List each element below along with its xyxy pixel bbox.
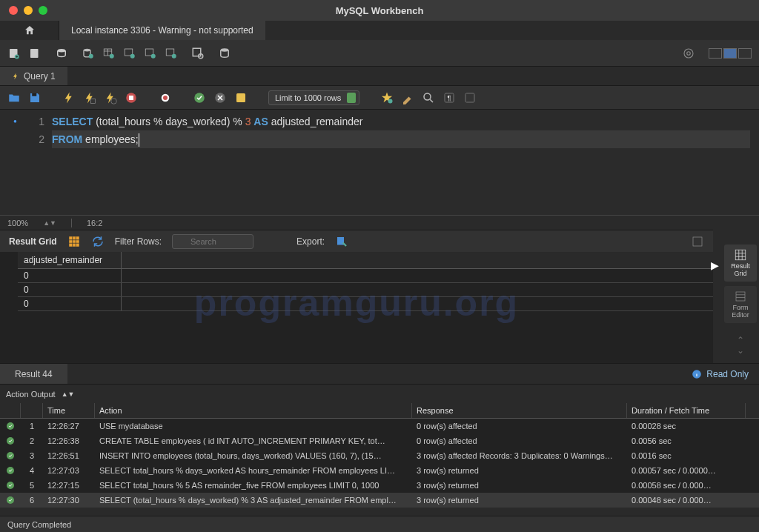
- explain-icon[interactable]: [104, 91, 117, 104]
- svg-point-11: [151, 53, 156, 58]
- svg-point-9: [130, 53, 135, 58]
- connection-tab[interactable]: Local instance 3306 - Warning - not supp…: [59, 21, 265, 40]
- layout-left[interactable]: [709, 48, 722, 59]
- maximize-window[interactable]: [39, 6, 47, 15]
- output-row[interactable]: 5 12:27:15 SELECT total_hours % 5 AS rem…: [0, 478, 759, 493]
- home-icon: [24, 24, 36, 36]
- svg-text:¶: ¶: [448, 94, 451, 102]
- table-row[interactable]: 0: [18, 297, 713, 311]
- query-toolbar: Limit to 1000 rows ¶: [0, 86, 759, 110]
- toggle-1-icon[interactable]: [159, 91, 172, 104]
- form-editor-panel-tab[interactable]: Form Editor: [724, 286, 757, 323]
- svg-point-13: [172, 53, 176, 58]
- inspector-icon[interactable]: [55, 47, 68, 60]
- export-icon[interactable]: [335, 235, 348, 248]
- create-function-icon[interactable]: [165, 47, 178, 60]
- home-tab[interactable]: [0, 21, 59, 40]
- connection-tabbar: Local instance 3306 - Warning - not supp…: [0, 21, 759, 40]
- output-row[interactable]: 3 12:26:51 INSERT INTO employees (total_…: [0, 448, 759, 463]
- zoom-level[interactable]: 100%: [7, 219, 28, 227]
- svg-rect-20: [91, 99, 96, 103]
- col-duration[interactable]: Duration / Fetch Time: [627, 403, 746, 418]
- col-response[interactable]: Response: [412, 403, 627, 418]
- result-tabbar: Result 44 Read Only: [0, 363, 759, 384]
- create-view-icon[interactable]: [123, 47, 136, 60]
- svg-point-44: [7, 467, 14, 474]
- editor-code[interactable]: SELECT (total_hours % days_worked) % 3 A…: [52, 110, 759, 215]
- create-schema-icon[interactable]: [82, 47, 95, 60]
- open-sql-icon[interactable]: [28, 47, 42, 60]
- execute-icon[interactable]: [62, 91, 76, 104]
- output-row[interactable]: 4 12:27:03 SELECT total_hours % days_wor…: [0, 463, 759, 478]
- output-row[interactable]: 2 12:26:38 CREATE TABLE employees ( id I…: [0, 433, 759, 448]
- wrap-icon[interactable]: [463, 91, 477, 104]
- svg-point-30: [424, 93, 431, 100]
- reconnect-icon[interactable]: [218, 47, 231, 60]
- cursor-position: 16:2: [87, 219, 102, 227]
- svg-point-25: [163, 96, 168, 100]
- favorite-icon[interactable]: [380, 91, 394, 104]
- sql-editor[interactable]: 12 SELECT (total_hours % days_worked) % …: [0, 110, 759, 215]
- form-icon: [734, 290, 747, 303]
- new-sql-tab-icon[interactable]: [7, 47, 21, 60]
- readonly-indicator: Read Only: [681, 364, 759, 384]
- svg-point-17: [684, 49, 693, 58]
- filter-rows-input[interactable]: [172, 234, 253, 249]
- svg-rect-19: [32, 93, 36, 96]
- svg-point-5: [89, 53, 93, 58]
- stop-icon[interactable]: [125, 91, 138, 104]
- svg-rect-28: [236, 93, 245, 102]
- close-window[interactable]: [9, 6, 18, 15]
- chevron-right-icon: ▶: [711, 259, 719, 271]
- show-invisible-icon[interactable]: ¶: [443, 91, 456, 104]
- svg-point-45: [7, 482, 14, 489]
- output-row[interactable]: 6 12:27:30 SELECT (total_hours % days_wo…: [0, 493, 759, 508]
- execute-current-icon[interactable]: [83, 91, 96, 104]
- refresh-icon[interactable]: [91, 235, 105, 248]
- window-controls: [0, 6, 47, 15]
- svg-point-7: [110, 53, 114, 58]
- filter-rows-label: Filter Rows:: [115, 236, 162, 247]
- layout-right[interactable]: [738, 48, 752, 59]
- dock-icon[interactable]: [691, 235, 704, 248]
- svg-point-18: [687, 51, 691, 55]
- svg-rect-2: [30, 49, 39, 58]
- query-tabbar: Query 1: [0, 67, 759, 86]
- output-row[interactable]: 1 12:26:27 USE mydatabase 0 row(s) affec…: [0, 419, 759, 433]
- output-header: Action Output ▲▼: [0, 384, 759, 403]
- main-toolbar: [0, 40, 759, 67]
- svg-rect-33: [465, 93, 474, 102]
- result-tab[interactable]: Result 44: [0, 364, 67, 384]
- autocommit-icon[interactable]: [234, 91, 248, 104]
- layout-bottom[interactable]: [723, 48, 737, 59]
- find-icon[interactable]: [422, 91, 435, 104]
- column-header[interactable]: adjusted_remainder: [18, 252, 122, 268]
- svg-rect-14: [193, 48, 201, 56]
- col-action[interactable]: Action: [95, 403, 412, 418]
- row-limit-select[interactable]: Limit to 1000 rows: [268, 90, 359, 105]
- open-file-icon[interactable]: [7, 91, 21, 104]
- editor-statusbar: 100% ▲▼ 16:2: [0, 215, 759, 230]
- commit-icon[interactable]: [193, 91, 206, 104]
- save-file-icon[interactable]: [28, 91, 42, 104]
- col-time[interactable]: Time: [43, 403, 95, 418]
- rollback-icon[interactable]: [213, 91, 227, 104]
- settings-icon[interactable]: [682, 47, 695, 60]
- panel-scroll[interactable]: ⌃⌄: [737, 335, 744, 356]
- search-table-icon[interactable]: [191, 47, 205, 60]
- table-row[interactable]: 0: [18, 283, 713, 297]
- beautify-icon[interactable]: [401, 91, 414, 104]
- minimize-window[interactable]: [24, 6, 33, 15]
- action-output-table: Time Action Response Duration / Fetch Ti…: [0, 403, 759, 508]
- query-tab-1[interactable]: Query 1: [0, 67, 67, 85]
- result-grid-icon[interactable]: [67, 235, 81, 248]
- create-table-icon[interactable]: [102, 47, 116, 60]
- layout-toggles: [709, 48, 752, 59]
- svg-point-3: [58, 49, 66, 53]
- result-grid-label: Result Grid: [9, 236, 57, 247]
- svg-rect-34: [69, 236, 79, 247]
- result-grid-panel-tab[interactable]: Result Grid: [724, 245, 757, 282]
- table-row[interactable]: 0: [18, 269, 713, 283]
- create-procedure-icon[interactable]: [144, 47, 157, 60]
- output-type-select[interactable]: Action Output ▲▼: [6, 390, 74, 399]
